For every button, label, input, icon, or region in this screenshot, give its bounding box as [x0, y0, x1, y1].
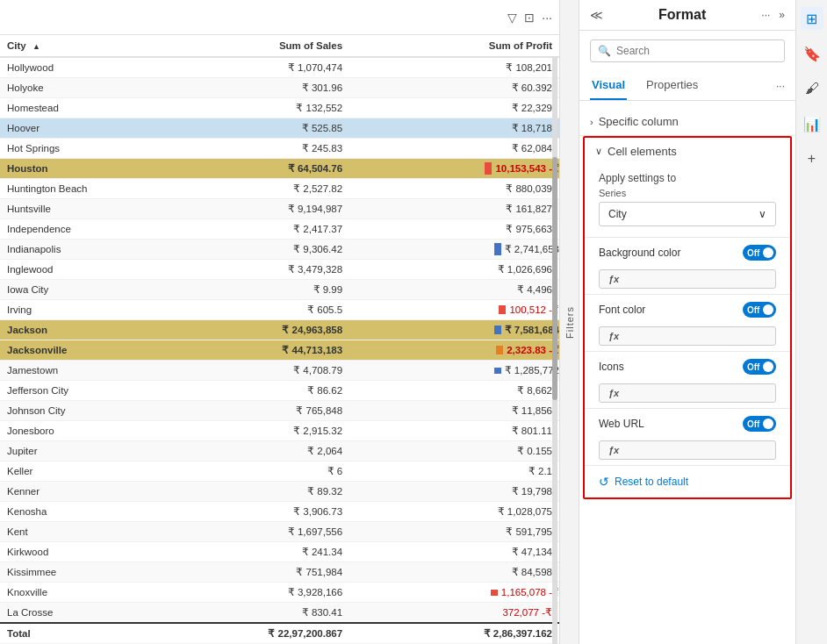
table-row: Iowa City₹ 9.99₹ 4,496 — [0, 280, 559, 300]
background-color-toggle-state: Off — [747, 248, 759, 258]
table-row: Kent₹ 1,697,556₹ 591,795 — [0, 522, 559, 542]
icons-toggle-state: Off — [747, 362, 759, 372]
table-area: ▽ ⊡ ··· City ▲ Sum of Sales Sum of Profi… — [0, 0, 560, 644]
format-paint-icon: 🖌 — [805, 81, 819, 97]
web-url-fx-button[interactable]: ƒx — [599, 440, 776, 460]
font-color-toggle[interactable]: Off — [743, 302, 776, 318]
cell-city: Jupiter — [0, 441, 163, 462]
table-row: Jamestown₹ 4,708.79₹ 1,285,772 — [0, 361, 559, 381]
panel-tabs: Visual Properties ··· — [579, 71, 795, 101]
sidebar-icon-analytics[interactable]: 📊 — [801, 112, 823, 135]
web-url-toggle[interactable]: Off — [743, 416, 776, 432]
col-sum-of-sales[interactable]: Sum of Sales — [163, 35, 349, 57]
right-sidebar: ⊞ 🔖 🖌 📊 + — [795, 0, 827, 644]
web-url-label: Web URL — [599, 418, 644, 430]
reset-row[interactable]: ↺ Reset to default — [585, 466, 790, 497]
background-color-toggle[interactable]: Off — [743, 245, 776, 261]
cell-profit: ₹ 1,285,772 — [349, 361, 559, 381]
cell-profit: ₹ 18,718 — [349, 118, 559, 139]
cell-profit: 1,165,078 -₹ — [349, 583, 559, 603]
panel-more-icon[interactable]: ··· — [761, 9, 770, 21]
table-row: Keller₹ 6₹ 2.1 — [0, 462, 559, 482]
panel-header: ≪ Format ··· » — [579, 0, 795, 31]
cell-profit: 372,077 -₹ — [349, 603, 559, 624]
specific-column-label: Specific column — [599, 115, 679, 128]
total-sales: ₹ 22,97,200.867 — [163, 623, 349, 644]
cell-city: Houston — [0, 159, 163, 179]
cell-city: Hot Springs — [0, 139, 163, 159]
more-options-icon[interactable]: ··· — [542, 11, 552, 25]
cell-city: Inglewood — [0, 260, 163, 280]
tab-more-options[interactable]: ··· — [776, 80, 785, 92]
specific-column-section[interactable]: › Specific column — [579, 108, 795, 135]
background-color-fx-button[interactable]: ƒx — [599, 269, 776, 289]
cell-profit: ₹ 8,662 — [349, 381, 559, 401]
cell-profit: ₹ 4,496 — [349, 280, 559, 300]
cell-profit: ₹ 975,663 — [349, 219, 559, 240]
cell-sales: ₹ 9,194,987 — [163, 199, 349, 219]
font-color-fx-button[interactable]: ƒx — [599, 326, 776, 346]
table-row: Huntington Beach₹ 2,527.82₹ 880,039 — [0, 179, 559, 199]
web-url-row: Web URL Off — [585, 409, 790, 439]
cell-city: Jackson — [0, 320, 163, 340]
filter-icon[interactable]: ▽ — [507, 11, 517, 25]
cell-sales: ₹ 765,848 — [163, 401, 349, 421]
table-toolbar: ▽ ⊡ ··· — [0, 0, 559, 35]
cell-sales: ₹ 1,697,556 — [163, 522, 349, 542]
cell-city: Johnson City — [0, 401, 163, 421]
cell-city: Jacksonville — [0, 340, 163, 361]
cell-city: Keller — [0, 462, 163, 482]
cell-profit: ₹ 11,856 — [349, 401, 559, 421]
table-row: Independence₹ 2,417.37₹ 975,663 — [0, 219, 559, 240]
cell-city: Iowa City — [0, 280, 163, 300]
cell-profit: ₹ 1,028,075 — [349, 502, 559, 522]
series-dropdown[interactable]: City ∨ — [599, 202, 776, 226]
cell-city: Kissimmee — [0, 562, 163, 583]
sidebar-icon-add[interactable]: + — [801, 147, 823, 170]
scroll-thumb[interactable] — [552, 157, 557, 401]
cell-city: Homestead — [0, 98, 163, 118]
scrollbar[interactable] — [552, 35, 557, 644]
cell-elements-section: ∨ Cell elements Apply settings to Series… — [583, 136, 792, 499]
table-row: Kirkwood₹ 241.34₹ 47,134 — [0, 542, 559, 562]
tab-properties[interactable]: Properties — [644, 71, 700, 100]
cell-sales: ₹ 605.5 — [163, 300, 349, 320]
profit-value: 1,165,078 -₹ — [501, 586, 559, 598]
focus-icon[interactable]: ⊡ — [524, 11, 535, 25]
table-row: Hollywood₹ 1,070,474₹ 108,201 — [0, 57, 559, 78]
table-row: Jefferson City₹ 86.62₹ 8,662 — [0, 381, 559, 401]
table-row: Homestead₹ 132,552₹ 22,329 — [0, 98, 559, 118]
search-input[interactable] — [616, 45, 777, 57]
bar-indicator — [494, 326, 501, 334]
sidebar-icon-visualizations[interactable]: ⊞ — [801, 7, 823, 30]
tab-visual[interactable]: Visual — [590, 71, 627, 100]
icons-fx-button[interactable]: ƒx — [599, 383, 776, 403]
cell-profit: ₹ 2,741,653 — [349, 240, 559, 260]
collapse-button[interactable]: ≪ — [590, 8, 603, 22]
cell-sales: ₹ 6 — [163, 462, 349, 482]
col-city[interactable]: City ▲ — [0, 35, 163, 57]
col-sum-of-profit[interactable]: Sum of Profit — [349, 35, 559, 57]
cell-sales: ₹ 9,306.42 — [163, 240, 349, 260]
sidebar-icon-format[interactable]: 🖌 — [801, 77, 823, 100]
chevron-down-icon: ∨ — [759, 208, 766, 220]
table-row: Jupiter₹ 2,064₹ 0.155 — [0, 441, 559, 462]
add-icon: + — [808, 151, 816, 167]
cell-profit: ₹ 1,026,696 — [349, 260, 559, 280]
cell-elements-header[interactable]: ∨ Cell elements — [585, 138, 790, 165]
profit-value: ₹ 7,581,684 — [505, 324, 559, 336]
cell-profit: ₹ 591,795 — [349, 522, 559, 542]
search-box[interactable]: 🔍 — [590, 39, 785, 62]
sidebar-icon-bookmark[interactable]: 🔖 — [801, 42, 823, 65]
bar-indicator — [485, 162, 492, 175]
total-profit: ₹ 2,86,397.162 — [349, 623, 559, 644]
panel-title: Format — [658, 7, 706, 23]
panel-expand-icon[interactable]: » — [779, 9, 785, 21]
cell-profit: ₹ 22,329 — [349, 98, 559, 118]
cell-sales: ₹ 830.41 — [163, 603, 349, 624]
cell-elements-label: Cell elements — [608, 145, 677, 158]
cell-city: Jonesboro — [0, 421, 163, 441]
icons-toggle[interactable]: Off — [743, 359, 776, 375]
filters-tab[interactable]: Filters — [560, 0, 579, 644]
table-row: Kissimmee₹ 751,984₹ 84,598 — [0, 562, 559, 583]
